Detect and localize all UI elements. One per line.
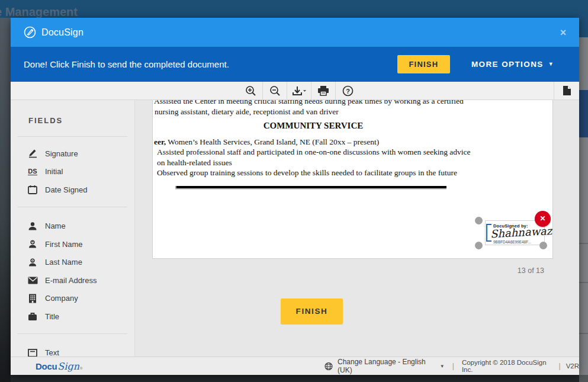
toolbar-right-group [554,82,579,99]
docusign-pen-icon [24,26,36,38]
signature-rule-line [175,186,446,188]
sidebar-item-company[interactable]: Company [11,290,134,308]
print-button[interactable] [311,82,335,99]
document-text-line: nursing assistant, dietary aide, recepti… [153,107,552,117]
zoom-out-button[interactable] [263,82,287,99]
stamp-resize-handle[interactable] [475,242,483,249]
zoom-in-button[interactable] [239,82,262,99]
signature-pen-icon [27,149,38,159]
svg-text:?: ? [346,87,350,94]
person-last-icon [27,257,38,267]
zoom-out-icon [269,85,281,97]
change-language-label: Change Language - English (UK) [338,358,435,374]
background-page-title: e Management [0,5,78,19]
zoom-in-icon [245,85,256,97]
registered-mark: ® [80,367,82,370]
sidebar-item-label: Last Name [45,258,82,267]
download-icon [292,85,306,97]
version-text: V2R [566,362,579,370]
more-options-button[interactable]: MORE OPTIONS ▼ [471,60,554,69]
modal-footer: Docu Sign ® Change Language - English (U… [11,357,579,375]
logo-sign-text: Sign [57,361,79,372]
finish-button-document[interactable]: FINISH [281,298,343,324]
background-divider [579,333,588,334]
sidebar-item-first-name[interactable]: First Name [11,235,134,253]
stamp-delete-button[interactable]: ✕ [535,211,551,227]
sidebar-item-title[interactable]: Title [11,307,134,326]
sidebar-item-label: Signature [45,149,78,158]
chevron-down-icon: ▼ [440,364,445,369]
sidebar-item-date-signed[interactable]: Date Signed [11,181,134,199]
modal-content: FIELDS Signature DS Initia [11,100,579,357]
background-right-navy [579,0,588,37]
sidebar-item-label: First Name [45,240,83,249]
calendar-icon [27,185,38,195]
chevron-down-icon: ▼ [548,62,554,67]
more-options-label: MORE OPTIONS [471,60,544,69]
briefcase-icon [27,312,38,322]
finish-banner: Done! Click Finish to send the completed… [11,47,579,82]
background-divider [579,282,588,283]
sidebar-item-text[interactable]: Text [11,344,134,357]
close-icon[interactable]: × [555,25,571,40]
envelope-icon [27,275,38,285]
stamp-id-text: 9BBFD4A6E99E48F... [493,240,531,244]
sidebar-item-name[interactable]: Name [11,217,134,236]
sidebar-item-label: Date Signed [45,185,88,194]
stamp-resize-handle[interactable] [475,217,483,224]
page-indicator: 13 of 13 [152,267,553,275]
docusign-brand: DocuSign [24,26,83,38]
document-viewer[interactable]: Assisted the Center in meeting critical … [136,100,579,357]
globe-icon [324,362,333,371]
background-right-bottom [579,375,588,382]
sidebar-item-signature[interactable]: Signature [11,145,134,163]
document-page: Assisted the Center in meeting critical … [152,100,553,259]
signature-stamp[interactable]: DocuSigned by: Shahnawaz 9BBFD4A6E99E48F… [485,220,545,245]
sidebar-item-label: Company [45,294,78,303]
background-bottom-strip [11,375,579,382]
sidebar-item-label: E-mail Address [45,276,97,285]
document-text-line: on health-related issues [153,158,552,168]
background-page-header: e Management [0,0,588,18]
footer-center-group: Change Language - English (UK) ▼ | Copyr… [324,358,579,374]
footer-separator: | [452,362,454,370]
change-language-button[interactable]: Change Language - English (UK) ▼ [324,358,445,374]
sidebar-group-overflow: Text [11,334,134,357]
toolbar-center-group: ? [239,82,359,99]
document-text-line: Observed group training sessions to deve… [153,168,552,178]
copyright-text: Copyright © 2018 DocuSign Inc. [462,359,554,373]
docusign-modal: DocuSign × Done! Click Finish to send th… [11,18,579,375]
background-divider [579,243,588,244]
sidebar-item-label: Title [45,312,59,321]
banner-message: Done! Click Finish to send the completed… [24,59,229,69]
document-text-line: Assisted the Center in meeting critical … [153,100,552,107]
docusign-footer-logo[interactable]: Docu Sign ® [36,361,82,372]
person-first-icon [27,239,38,249]
background-left-strip [0,18,11,382]
fields-title: FIELDS [28,116,134,125]
text-field-icon [27,348,38,357]
background-right-strip [579,0,588,382]
sidebar-item-initial[interactable]: DS Initial [11,163,134,181]
print-icon [317,85,329,96]
help-button[interactable]: ? [336,82,359,99]
sidebar-item-email[interactable]: E-mail Address [11,271,134,290]
background-right-blue-block [579,90,588,137]
finish-button[interactable]: FINISH [397,55,450,73]
sidebar-item-last-name[interactable]: Last Name [11,253,134,272]
building-icon [27,293,38,303]
logo-docu-text: Docu [36,361,57,371]
sidebar-item-label: Initial [45,167,63,176]
document-text-line: Assisted professional staff and particip… [153,147,552,158]
document-text-line: eer, Women’s Health Services, Grand Isla… [153,137,552,147]
download-button[interactable] [287,82,311,99]
sidebar-group-data: Name First Name [11,207,134,326]
person-icon [27,221,38,231]
modal-header: DocuSign × [11,18,579,47]
footer-separator: | [559,362,561,370]
stamp-resize-handle[interactable] [539,242,547,249]
document-section-heading: COMMUNITY SERVICE [153,121,473,131]
page-thumbnails-button[interactable] [554,82,579,99]
sidebar-item-label: Name [45,222,66,230]
sidebar-item-label: Text [45,348,59,357]
